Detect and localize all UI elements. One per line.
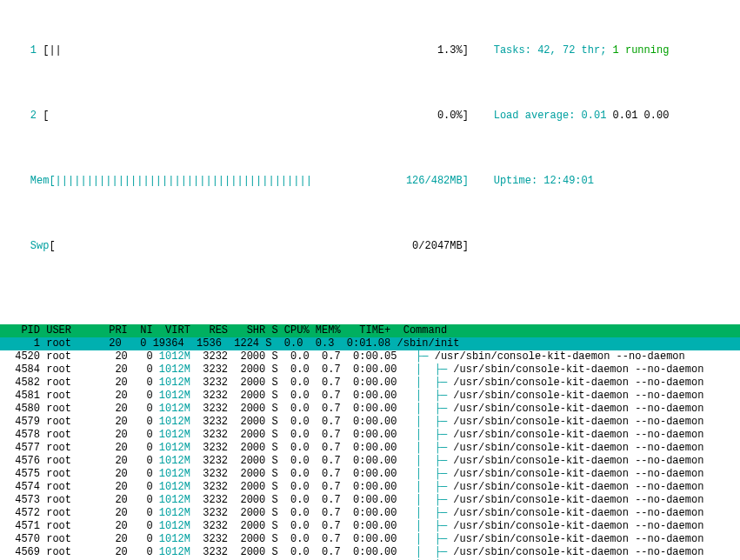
process-row[interactable]: 4573 root 20 0 1012M 3232 2000 S 0.0 0.7… [0,494,740,507]
process-row[interactable]: 4582 root 20 0 1012M 3232 2000 S 0.0 0.7… [0,377,740,390]
process-row[interactable]: 4578 root 20 0 1012M 3232 2000 S 0.0 0.7… [0,429,740,442]
uptime-label: Uptime: [494,175,544,188]
process-row[interactable]: 4574 root 20 0 1012M 3232 2000 S 0.0 0.7… [0,481,740,494]
mem-bar: [|||||||||||||||||||||||||||||||||||||||… [49,175,468,188]
process-list: 4520 root 20 0 1012M 3232 2000 S 0.0 0.7… [0,350,740,560]
swp-bar: [ 0/2047MB] [49,240,468,253]
cpu1-bar: [|| 1.3%] [43,44,469,57]
cpu2-bar: [ 0.0%] [43,110,469,123]
process-row[interactable]: 4569 root 20 0 1012M 3232 2000 S 0.0 0.7… [0,546,740,559]
sel-cmd: /sbin/init [397,337,459,350]
process-row[interactable]: 4577 root 20 0 1012M 3232 2000 S 0.0 0.7… [0,442,740,455]
mem-label: Mem [30,175,50,188]
tasks-running: 1 running [613,44,670,57]
process-row[interactable]: 4579 root 20 0 1012M 3232 2000 S 0.0 0.7… [0,416,740,429]
process-row[interactable]: 4572 root 20 0 1012M 3232 2000 S 0.0 0.7… [0,507,740,520]
process-row[interactable]: 4584 root 20 0 1012M 3232 2000 S 0.0 0.7… [0,363,740,377]
header-meters: 1 [|| 1.3%] Tasks: 42, 72 thr; 1 running… [0,0,740,324]
uptime-val: 12:49:01 [543,175,594,188]
load-label: Load average: [494,110,582,123]
process-row-selected[interactable]: 1 root 20 0 19364 1536 1224 S 0.0 0.3 0:… [0,337,740,350]
process-row[interactable]: 4576 root 20 0 1012M 3232 2000 S 0.0 0.7… [0,455,740,468]
cpu2-label: 2 [30,110,43,123]
cpu1-label: 1 [30,44,43,57]
swp-label: Swp [30,240,50,253]
process-row[interactable]: 4520 root 20 0 1012M 3232 2000 S 0.0 0.7… [0,350,740,363]
process-row[interactable]: 4580 root 20 0 1012M 3232 2000 S 0.0 0.7… [0,403,740,416]
column-header[interactable]: PID USER PRI NI VIRT RES SHR S CPU% MEM%… [0,324,740,337]
load-v1: 0.01 [582,110,613,123]
process-row[interactable]: 4571 root 20 0 1012M 3232 2000 S 0.0 0.7… [0,520,740,533]
tasks-label: Tasks: [494,44,537,57]
process-row[interactable]: 4570 root 20 0 1012M 3232 2000 S 0.0 0.7… [0,533,740,546]
process-row[interactable]: 4581 root 20 0 1012M 3232 2000 S 0.0 0.7… [0,390,740,403]
process-row[interactable]: 4575 root 20 0 1012M 3232 2000 S 0.0 0.7… [0,468,740,481]
tasks-val: 42, 72 thr; [537,44,612,57]
load-v2: 0.01 0.00 [613,110,670,123]
sel-pre: 1 root 20 0 19364 1536 1224 S 0.0 0.3 0:… [9,337,397,350]
